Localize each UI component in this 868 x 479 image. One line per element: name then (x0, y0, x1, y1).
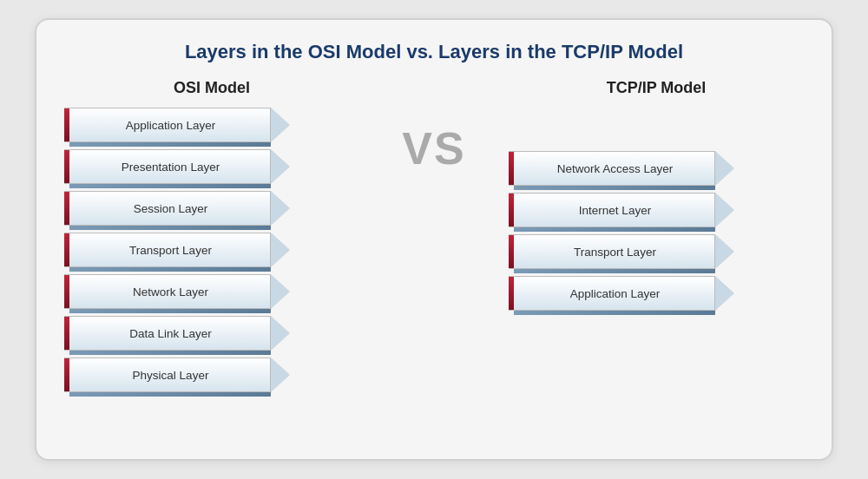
vs-label: VS (402, 122, 465, 174)
main-card: Layers in the OSI Model vs. Layers in th… (35, 18, 833, 461)
osi-layer-label: Network Layer (126, 285, 208, 299)
page-title: Layers in the OSI Model vs. Layers in th… (185, 41, 683, 63)
tcpip-layer-item: Network Access Layer (509, 151, 804, 186)
tcpip-layers-list: Network Access Layer Internet Layer Tran… (509, 108, 804, 312)
osi-layer-item: Session Layer (64, 191, 359, 226)
tcpip-layer-label: Transport Layer (567, 246, 656, 259)
osi-layer-label: Application Layer (119, 119, 216, 132)
osi-layer-label: Presentation Layer (115, 161, 220, 174)
tcpip-layer-item: Transport Layer (509, 234, 804, 269)
osi-layer-label: Physical Layer (126, 369, 209, 382)
osi-layer-item: Data Link Layer (64, 316, 359, 351)
osi-layer-item: Network Layer (64, 274, 359, 309)
osi-layer-item: Application Layer (64, 108, 359, 142)
tcpip-model-section: TCP/IP Model Network Access Layer Intern… (509, 79, 804, 312)
osi-layer-label: Transport Layer (122, 244, 212, 257)
osi-model-title: OSI Model (174, 79, 250, 97)
osi-layer-label: Session Layer (127, 202, 208, 215)
osi-layer-item: Presentation Layer (64, 149, 359, 184)
tcpip-layer-label: Internet Layer (572, 204, 651, 217)
osi-layer-item: Physical Layer (64, 358, 359, 392)
columns-container: OSI Model Application Layer Presentation… (64, 79, 804, 442)
osi-layers-list: Application Layer Presentation Layer Ses… (64, 108, 359, 394)
tcpip-layer-label: Network Access Layer (550, 162, 674, 175)
tcpip-layer-item: Application Layer (509, 276, 804, 311)
tcpip-layer-label: Application Layer (563, 287, 661, 300)
vs-container: VS (391, 79, 477, 174)
osi-layer-item: Transport Layer (64, 233, 359, 267)
osi-layer-label: Data Link Layer (122, 327, 212, 340)
tcpip-layer-item: Internet Layer (509, 193, 804, 227)
tcpip-model-title: TCP/IP Model (607, 79, 707, 97)
osi-model-section: OSI Model Application Layer Presentation… (64, 79, 359, 394)
